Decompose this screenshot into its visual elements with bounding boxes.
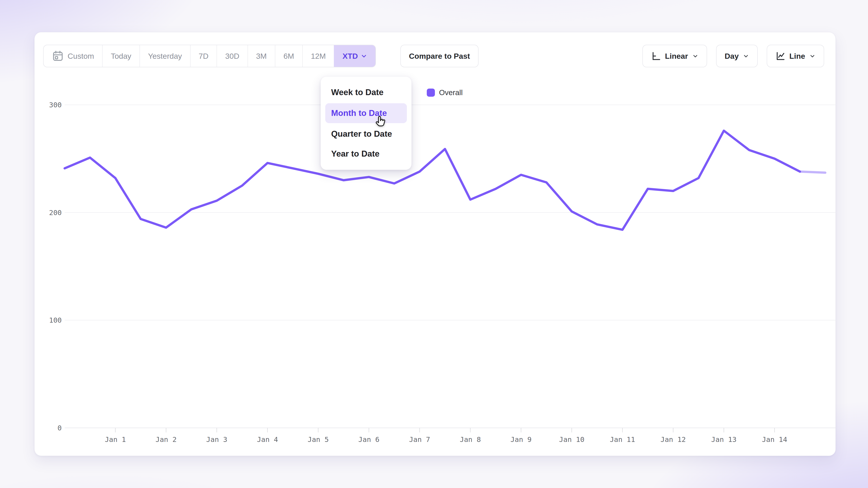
svg-text:Jan 4: Jan 4 [257,435,278,444]
legend-item-overall[interactable]: Overall [427,88,463,97]
legend-label: Overall [439,88,463,97]
svg-text:Jan 3: Jan 3 [206,435,227,444]
svg-text:200: 200 [49,208,62,217]
chevron-down-icon [743,53,749,59]
svg-text:Jan 7: Jan 7 [409,435,430,444]
range-30d[interactable]: 30D [217,45,247,67]
range-xtd[interactable]: XTD [334,45,375,67]
menu-item-quarter-to-date[interactable]: Quarter to Date [321,124,411,144]
chevron-down-icon [361,53,367,59]
legend-swatch-icon [427,89,435,97]
date-range-segmented-control: Custom Today Yesterday 7D 30D 3M 6M 12M … [43,45,376,67]
scale-label: Linear [665,52,688,61]
menu-item-month-to-date[interactable]: Month to Date [325,103,407,123]
menu-item-label: Month to Date [331,108,387,118]
range-7d[interactable]: 7D [190,45,217,67]
menu-item-label: Week to Date [331,88,383,97]
range-6m-label: 6M [283,52,294,61]
chart-type-label: Line [789,52,805,61]
chart-options-cluster: Linear Day Line [643,45,824,67]
range-yesterday-label: Yesterday [148,52,182,61]
svg-text:Jan 12: Jan 12 [660,435,686,444]
svg-text:100: 100 [49,316,62,324]
svg-text:Jan 1: Jan 1 [105,435,126,444]
svg-text:Jan 6: Jan 6 [358,435,379,444]
svg-text:0: 0 [57,424,62,432]
chevron-down-icon [809,53,815,59]
range-yesterday[interactable]: Yesterday [140,45,190,67]
range-xtd-label: XTD [342,52,358,61]
range-6m[interactable]: 6M [275,45,302,67]
range-3m[interactable]: 3M [248,45,275,67]
range-7d-label: 7D [199,52,209,61]
svg-text:Jan 5: Jan 5 [308,435,329,444]
svg-text:Jan 13: Jan 13 [711,435,737,444]
compare-to-past-label: Compare to Past [409,52,470,61]
granularity-dropdown-button[interactable]: Day [716,45,758,67]
line-chart-icon [775,51,785,61]
range-custom[interactable]: Custom [43,45,102,67]
range-12m-label: 12M [311,52,326,61]
svg-text:Jan 14: Jan 14 [762,435,787,444]
svg-text:Jan 10: Jan 10 [559,435,584,444]
range-today-label: Today [111,52,131,61]
chart-type-dropdown-button[interactable]: Line [767,45,824,67]
menu-item-label: Quarter to Date [331,129,392,139]
menu-item-year-to-date[interactable]: Year to Date [321,144,411,164]
range-today[interactable]: Today [102,45,140,67]
analytics-card: 0100200300Jan 1Jan 2Jan 3Jan 4Jan 5Jan 6… [34,32,836,456]
svg-text:Jan 9: Jan 9 [510,435,531,444]
range-30d-label: 30D [225,52,239,61]
granularity-label: Day [725,52,739,61]
chevron-down-icon [692,53,699,59]
linear-axis-icon [651,51,661,61]
calendar-icon [52,50,64,62]
svg-text:Jan 2: Jan 2 [156,435,177,444]
svg-text:Jan 11: Jan 11 [610,435,635,444]
compare-to-past-button[interactable]: Compare to Past [400,45,478,67]
scale-dropdown-button[interactable]: Linear [643,45,707,67]
range-3m-label: 3M [256,52,267,61]
svg-text:Jan 8: Jan 8 [460,435,481,444]
menu-item-week-to-date[interactable]: Week to Date [321,83,411,102]
date-range-dropdown-menu: Week to Date Month to Date Quarter to Da… [320,76,412,170]
svg-text:300: 300 [49,101,62,109]
range-12m[interactable]: 12M [302,45,334,67]
range-custom-label: Custom [68,52,94,61]
menu-item-label: Year to Date [331,149,379,159]
